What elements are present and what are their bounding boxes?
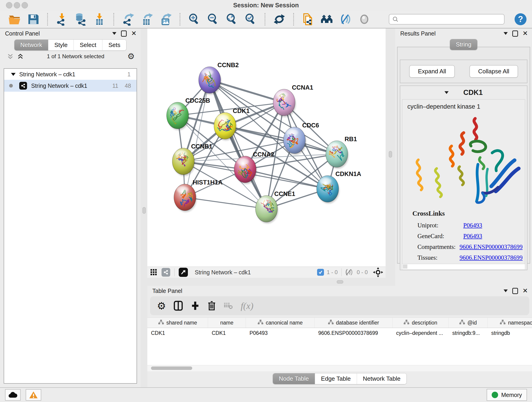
table-cell[interactable]: 9606.ENSP00000378699 (315, 328, 393, 338)
crosslink-row: Tissues:9606.ENSP00000378699 (412, 252, 523, 263)
string-home-icon[interactable] (320, 13, 333, 26)
tab-edge-table[interactable]: Edge Table (315, 373, 357, 384)
open-session-icon[interactable] (8, 13, 21, 26)
node-RB1[interactable]: RB1 (325, 136, 357, 169)
selected-checkbox-icon[interactable] (317, 269, 324, 276)
splitter-handle[interactable] (389, 151, 392, 157)
table-settings-gear-icon[interactable]: ⚙ (157, 300, 166, 312)
node-CCNE1[interactable]: CCNE1 (255, 191, 295, 223)
export-table-icon[interactable] (140, 13, 153, 26)
collapse-all-button[interactable]: Collapse All (469, 65, 518, 78)
hscroll-thumb[interactable] (151, 366, 192, 370)
left-splitter[interactable] (141, 28, 147, 387)
node-CCNA1[interactable]: CCNA1 (273, 84, 313, 117)
share-network-file-icon[interactable] (301, 13, 315, 26)
column-header-description[interactable]: description (393, 318, 449, 328)
warning-button[interactable] (26, 389, 41, 401)
network-row-selected[interactable]: String Network – cdk1 11 48 (4, 80, 137, 92)
collection-expand-icon[interactable] (11, 73, 16, 76)
right-splitter[interactable] (386, 28, 395, 278)
crosslink-link[interactable]: P06493 (463, 222, 482, 229)
float-panel-icon[interactable] (512, 288, 518, 294)
memory-button[interactable]: Memory (487, 389, 527, 401)
zoom-fit-icon[interactable] (225, 13, 239, 26)
open-in-window-icon[interactable] (179, 268, 188, 277)
column-header-name[interactable]: name (208, 318, 246, 328)
network-graph[interactable]: CCNB2CCNA1CDC25BCDK1CDC6RB1CCNB1CCNA2CDK… (147, 28, 386, 267)
float-panel-icon[interactable] (512, 31, 518, 37)
crosshair-icon[interactable] (373, 267, 383, 278)
close-panel-icon[interactable]: ✕ (523, 288, 528, 294)
close-panel-icon[interactable]: ✕ (523, 30, 528, 37)
panel-menu-icon[interactable] (112, 32, 116, 35)
delete-column-icon[interactable] (208, 301, 216, 311)
panel-menu-icon[interactable] (504, 289, 508, 292)
hide-glasses-icon[interactable] (339, 13, 352, 26)
table-row[interactable]: CDK1CDK1P064939606.ENSP00000378699cyclin… (147, 328, 532, 338)
search-field[interactable] (389, 14, 505, 25)
column-header-shared-name[interactable]: shared name (147, 318, 208, 328)
grid-view-icon[interactable] (150, 268, 158, 276)
tab-network[interactable]: Network (14, 40, 48, 51)
import-network-file-icon[interactable] (55, 13, 69, 26)
column-header-canonical-name[interactable]: canonical name (246, 318, 315, 328)
expand-all-button[interactable]: Expand All (409, 65, 455, 78)
close-panel-icon[interactable]: ✕ (131, 30, 137, 37)
network-canvas[interactable]: CCNB2CCNA1CDC25BCDK1CDC6RB1CCNB1CCNA2CDK… (147, 28, 386, 278)
export-image-icon[interactable] (159, 13, 172, 26)
save-session-icon[interactable] (27, 13, 40, 26)
expand-all-icon[interactable] (17, 53, 24, 60)
results-scroll-strip[interactable] (402, 264, 525, 270)
refresh-icon[interactable] (273, 13, 286, 26)
splitter-handle[interactable] (337, 280, 343, 283)
search-input[interactable] (401, 16, 501, 23)
node-HIST1H1A[interactable]: HIST1H1A (174, 179, 223, 212)
tab-sets[interactable]: Sets (102, 40, 126, 51)
node-CDC6[interactable]: CDC6 (283, 122, 319, 155)
column-header-database-identifier[interactable]: database identifier (315, 318, 393, 328)
table-cell[interactable]: stringdb (488, 328, 532, 338)
manage-columns-icon[interactable] (174, 301, 183, 311)
collapse-all-icon[interactable] (7, 53, 14, 60)
crosslink-row: Uniprot:P06493 (412, 220, 523, 231)
float-panel-icon[interactable] (121, 31, 127, 37)
network-options-gear-icon[interactable]: ⚙ (127, 52, 135, 61)
preview-eye-icon[interactable] (358, 13, 371, 26)
collapse-section-icon[interactable] (444, 91, 449, 94)
node-CDKN1A[interactable]: CDKN1A (317, 171, 361, 204)
node-CCNB2[interactable]: CCNB2 (197, 62, 239, 95)
help-icon[interactable]: ? (515, 13, 526, 25)
import-table-file-icon[interactable] (93, 13, 106, 26)
table-cell[interactable]: P06493 (246, 328, 315, 338)
panel-menu-icon[interactable] (504, 32, 508, 35)
column-header-namespac[interactable]: namespac (488, 318, 532, 328)
crosslink-link[interactable]: 9606.ENSP00000378699 (460, 243, 523, 250)
add-column-icon[interactable] (191, 301, 200, 311)
tab-select[interactable]: Select (74, 40, 102, 51)
crosslink-link[interactable]: 9606.ENSP00000378699 (460, 254, 523, 261)
zoom-selected-icon[interactable] (244, 13, 257, 26)
protein-section-header[interactable]: CDK1 (400, 86, 527, 99)
zoom-out-icon[interactable] (206, 13, 220, 26)
tab-network-table[interactable]: Network Table (357, 373, 406, 384)
table-cell[interactable]: stringdb:9... (449, 328, 488, 338)
table-hscrollbar[interactable] (147, 365, 532, 371)
hidden-eye-icon[interactable] (345, 268, 354, 276)
zoom-in-icon[interactable] (188, 13, 201, 26)
table-cell[interactable]: cyclin–dependent ... (393, 328, 449, 338)
node-CDC25B[interactable]: CDC25B (167, 97, 210, 130)
network-collection-row[interactable]: String Network – cdk1 1 (4, 69, 137, 80)
node-CDK1[interactable]: CDK1 (214, 108, 250, 140)
tab-string[interactable]: String (450, 39, 477, 50)
cloud-button[interactable] (5, 389, 21, 401)
tab-style[interactable]: Style (48, 40, 74, 51)
string-badge-icon[interactable] (162, 268, 170, 277)
crosslink-link[interactable]: P06493 (463, 233, 482, 240)
splitter-handle[interactable] (143, 207, 146, 214)
tab-node-table[interactable]: Node Table (273, 373, 315, 384)
table-cell[interactable]: CDK1 (208, 328, 246, 338)
export-network-icon[interactable] (121, 13, 135, 26)
column-header--id[interactable]: @id (449, 318, 488, 328)
import-network-database-icon[interactable] (74, 13, 87, 26)
table-cell[interactable]: CDK1 (147, 328, 208, 338)
